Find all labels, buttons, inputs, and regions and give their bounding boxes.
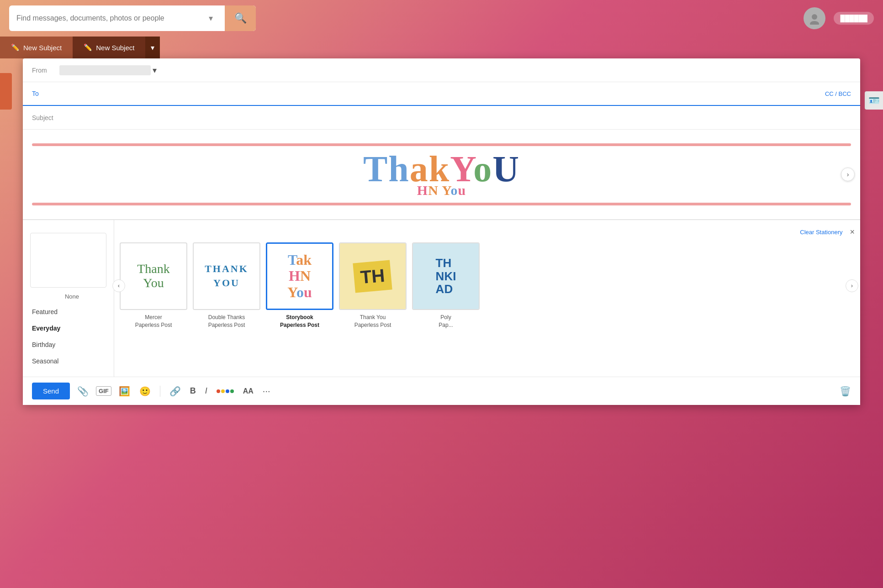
to-input[interactable] xyxy=(59,90,825,97)
tab-bar: ✏️ New Subject ✏️ New Subject ▾ xyxy=(0,37,883,58)
clear-stationery-button[interactable]: Clear Stationery xyxy=(800,229,842,236)
from-label: From xyxy=(32,67,59,74)
compose-toolbar: Send 📎 GIF 🖼️ 🙂 🔗 B I AA ··· 🗑️ xyxy=(23,377,860,405)
card-poly-label: Poly Pap... xyxy=(439,314,453,329)
stationery-preview: ThakYoU HN You › xyxy=(23,130,860,220)
tab-2[interactable]: ✏️ New Subject xyxy=(73,37,145,58)
subject-row: Subject xyxy=(23,106,860,130)
card-mercer-image: ThankYou xyxy=(120,242,187,310)
card-thankyou-pp-label: Thank You Paperless Post xyxy=(354,314,391,329)
link-button[interactable]: 🔗 xyxy=(168,384,183,399)
tab-pen-icon-1: ✏️ xyxy=(11,43,20,52)
card-double-thanks[interactable]: THANKYOU Double Thanks Paperless Post xyxy=(193,242,260,329)
svg-point-1 xyxy=(810,21,819,25)
storybook-text: Tak HN You xyxy=(287,252,312,300)
stationery-close-button[interactable]: × xyxy=(850,227,855,237)
poly-text: THNKIAD xyxy=(436,257,456,296)
pink-line-top xyxy=(32,143,851,146)
italic-button[interactable]: I xyxy=(203,384,209,398)
from-dropdown-button[interactable]: ▾ xyxy=(153,65,157,75)
stationery-cards: ThankYou Mercer Paperless Post THANKYOU xyxy=(120,242,855,329)
card-mercer[interactable]: ThankYou Mercer Paperless Post xyxy=(120,242,187,329)
card-poly[interactable]: THNKIAD Poly Pap... xyxy=(412,242,480,329)
dot-blue xyxy=(226,389,229,393)
stationery-button[interactable]: 🖼️ xyxy=(117,384,132,399)
subject-input[interactable] xyxy=(59,114,851,121)
tab-dropdown-button[interactable]: ▾ xyxy=(145,37,160,58)
card-storybook[interactable]: Tak HN You Storybook Paperless Post xyxy=(266,242,333,329)
subject-label: Subject xyxy=(32,114,59,121)
toolbar-separator-1 xyxy=(160,386,160,397)
color-button[interactable] xyxy=(215,388,236,395)
preview-nav-right-button[interactable]: › xyxy=(841,168,855,181)
attachment-button[interactable]: 📎 xyxy=(75,384,90,399)
cc-bcc-button[interactable]: CC / BCC xyxy=(825,90,851,97)
thank-you-text: ThakYoU xyxy=(32,151,851,187)
from-value xyxy=(59,65,151,75)
stationery-nav-right-button[interactable]: › xyxy=(846,279,858,292)
dot-green xyxy=(230,389,234,393)
stationery-cards-area: Clear Stationery × ‹ ThankYou xyxy=(114,220,860,377)
svg-point-0 xyxy=(812,14,817,20)
emoji-button[interactable]: 🙂 xyxy=(137,384,153,399)
card-thankyou-pp[interactable]: TH Thank You Paperless Post xyxy=(339,242,407,329)
card-storybook-label: Storybook Paperless Post xyxy=(280,314,319,329)
stationery-header: Clear Stationery × xyxy=(120,227,855,237)
discard-button[interactable]: 🗑️ xyxy=(840,386,851,397)
tab-1[interactable]: ✏️ New Subject xyxy=(0,37,73,58)
pink-line-bottom xyxy=(32,203,851,205)
from-row: From ▾ xyxy=(23,58,860,82)
more-button[interactable]: ··· xyxy=(261,384,272,398)
stationery-picker: None Featured Everyday Birthday Seasonal… xyxy=(23,220,860,377)
search-input-area: ▾ xyxy=(9,13,225,23)
tab-label-2: New Subject xyxy=(96,44,134,52)
dot-yellow xyxy=(221,389,225,393)
side-strip xyxy=(0,73,12,110)
thank-you-graphic: ThakYoU HN You xyxy=(32,139,851,210)
double-thanks-text: THANKYOU xyxy=(205,262,249,290)
search-button[interactable]: 🔍 xyxy=(225,5,256,31)
card-mercer-label: Mercer Paperless Post xyxy=(135,314,172,329)
compose-window: From ▾ To CC / BCC Subject ThakYoU HN Yo… xyxy=(23,58,860,405)
top-bar: ▾ 🔍 ██████ xyxy=(0,0,883,37)
card-double-thanks-image: THANKYOU xyxy=(193,242,260,310)
search-container: ▾ 🔍 xyxy=(9,5,256,31)
category-seasonal[interactable]: Seasonal xyxy=(23,353,114,369)
category-everyday[interactable]: Everyday xyxy=(23,320,114,336)
none-label: None xyxy=(23,293,114,300)
tab-pen-icon-2: ✏️ xyxy=(84,43,92,52)
contact-card-icon[interactable]: 🪪 xyxy=(865,91,883,110)
category-featured[interactable]: Featured xyxy=(23,304,114,320)
none-preview xyxy=(30,233,106,288)
send-button[interactable]: Send xyxy=(32,383,70,399)
to-label: To xyxy=(32,90,59,97)
bold-button[interactable]: B xyxy=(188,384,198,398)
font-size-button[interactable]: AA xyxy=(241,385,255,397)
card-storybook-image: Tak HN You xyxy=(266,242,333,310)
color-dots xyxy=(217,389,234,393)
to-row: To CC / BCC xyxy=(23,82,860,106)
avatar-name: ██████ xyxy=(834,12,874,25)
card-poly-image: THNKIAD xyxy=(412,242,480,310)
card-double-thanks-label: Double Thanks Paperless Post xyxy=(208,314,245,329)
search-dropdown-btn[interactable]: ▾ xyxy=(204,13,217,23)
search-input[interactable] xyxy=(16,14,204,22)
avatar xyxy=(804,7,825,29)
category-birthday[interactable]: Birthday xyxy=(23,336,114,353)
stationery-nav-left-button[interactable]: ‹ xyxy=(112,279,125,292)
dot-red xyxy=(217,389,220,393)
mercer-text: ThankYou xyxy=(137,262,170,290)
tab-label-1: New Subject xyxy=(23,44,62,52)
card-thankyou-pp-image: TH xyxy=(339,242,407,310)
gif-button[interactable]: GIF xyxy=(96,386,111,396)
thankyou-pp-text: TH xyxy=(353,260,393,293)
stationery-sidebar: None Featured Everyday Birthday Seasonal xyxy=(23,220,114,377)
